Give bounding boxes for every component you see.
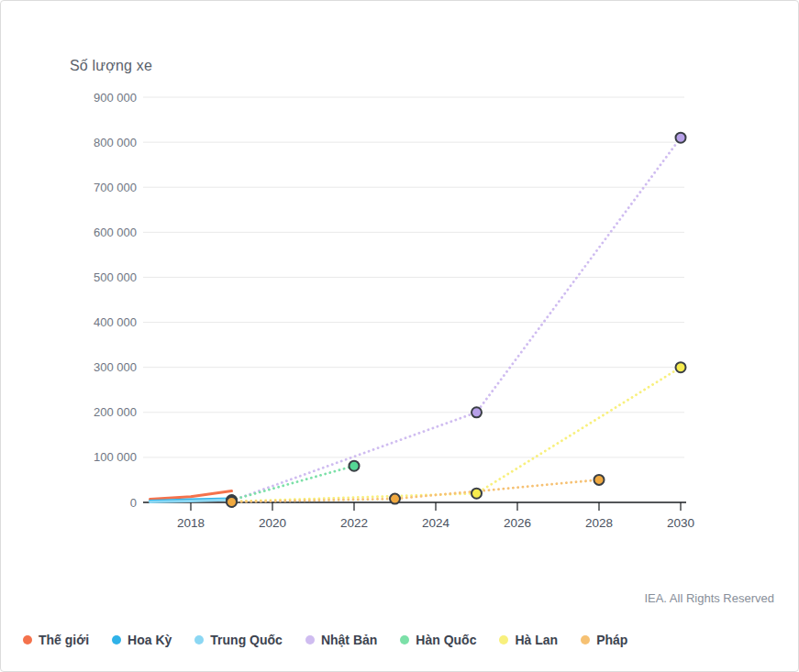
series-line	[232, 138, 682, 501]
data-point-marker[interactable]	[676, 133, 686, 143]
data-point-marker[interactable]	[472, 407, 482, 417]
series-line	[232, 479, 600, 501]
x-tick-label: 2022	[340, 516, 368, 530]
series-line	[232, 368, 682, 501]
legend-label: Pháp	[596, 633, 627, 647]
x-tick-label: 2028	[585, 516, 613, 530]
x-tick-label: 2030	[667, 516, 694, 530]
legend-dot-icon	[581, 635, 590, 644]
data-point-marker[interactable]	[472, 489, 482, 499]
y-tick-label: 800 000	[94, 136, 137, 149]
legend-item[interactable]: Thế giới	[23, 633, 89, 647]
legend-dot-icon	[194, 635, 204, 644]
legend-item[interactable]: Hà Lan	[499, 633, 558, 647]
chart-legend: Thế giớiHoa KỳTrung QuốcNhật BảnHàn Quốc…	[23, 633, 789, 647]
legend-dot-icon	[112, 635, 121, 644]
y-tick-label: 200 000	[94, 405, 137, 419]
legend-dot-icon	[400, 635, 409, 644]
legend-dot-icon	[305, 635, 315, 644]
legend-item[interactable]: Trung Quốc	[194, 633, 283, 647]
x-tick-label: 2026	[504, 516, 531, 530]
line-chart-plot: 0100 000200 000300 000400 000500 000600 …	[1, 1, 799, 672]
legend-label: Trung Quốc	[210, 633, 283, 647]
legend-dot-icon	[23, 635, 32, 644]
data-point-marker[interactable]	[227, 497, 237, 507]
y-tick-label: 100 000	[94, 450, 137, 464]
legend-label: Hoa Kỳ	[128, 633, 172, 647]
copyright-text: IEA. All Rights Reserved	[644, 591, 774, 605]
legend-item[interactable]: Pháp	[581, 633, 627, 647]
y-tick-label: 900 000	[94, 91, 137, 105]
x-tick-label: 2018	[177, 516, 205, 530]
legend-label: Nhật Bản	[321, 633, 377, 647]
data-point-marker[interactable]	[350, 461, 360, 471]
chart-card: Số lượng xe 0100 000200 000300 000400 00…	[0, 0, 799, 672]
x-tick-label: 2024	[422, 516, 450, 530]
y-tick-label: 300 000	[94, 360, 137, 374]
series-line	[232, 466, 355, 500]
y-tick-label: 500 000	[94, 270, 137, 284]
y-tick-label: 600 000	[94, 226, 137, 239]
legend-label: Hà Lan	[515, 633, 558, 647]
legend-label: Thế giới	[39, 633, 89, 647]
legend-dot-icon	[499, 635, 508, 644]
y-tick-label: 0	[130, 496, 137, 510]
data-point-marker[interactable]	[676, 362, 686, 372]
data-point-marker[interactable]	[594, 475, 605, 485]
legend-label: Hàn Quốc	[416, 633, 476, 647]
legend-item[interactable]: Hoa Kỳ	[112, 633, 172, 647]
legend-item[interactable]: Nhật Bản	[305, 633, 377, 647]
data-point-marker[interactable]	[390, 494, 400, 504]
y-tick-label: 700 000	[94, 181, 137, 194]
x-tick-label: 2020	[259, 516, 286, 530]
legend-item[interactable]: Hàn Quốc	[400, 633, 476, 647]
y-tick-label: 400 000	[94, 315, 137, 329]
